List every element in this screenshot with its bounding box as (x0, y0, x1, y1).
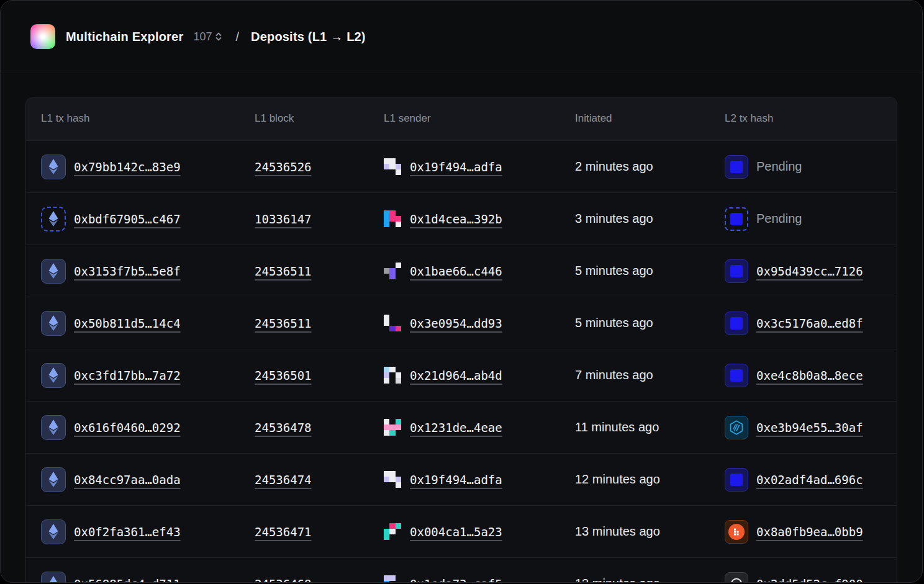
app-title: Multichain Explorer (66, 30, 183, 44)
blue-square-icon-selected[interactable] (725, 207, 748, 231)
l1-block-link[interactable]: 10336147 (255, 212, 312, 226)
l1-block-link[interactable]: 24536468 (255, 577, 312, 583)
l1-block-link[interactable]: 24536511 (255, 264, 312, 278)
column-header-l1-sender: L1 sender (384, 112, 575, 125)
l1-tx-hash-link[interactable]: 0xc3fd17bb…7a72 (74, 369, 181, 382)
l1-sender-link[interactable]: 0x1eda73…caf5 (410, 577, 502, 583)
page-title: Deposits (L1 → L2) (251, 30, 366, 44)
sender-identicon (384, 523, 401, 541)
l2-tx-hash-link[interactable]: 0xe4c8b0a8…8ece (756, 369, 863, 382)
initiated-time: 5 minutes ago (575, 316, 653, 330)
table-row: 0xbdf67905…c467 10336147 0x1d4cea…392b 3… (26, 192, 897, 245)
l1-tx-hash-link[interactable]: 0x56885dc4…d711 (74, 577, 181, 583)
l1-block-link[interactable]: 24536478 (255, 421, 312, 434)
l1-tx-hash-link[interactable]: 0x616f0460…0292 (74, 421, 181, 434)
initiated-time: 3 minutes ago (575, 212, 653, 226)
l2-tx-hash-link[interactable]: 0x02adf4ad…696c (756, 473, 863, 487)
l2-tx-hash-link[interactable]: 0x3c5176a0…ed8f (756, 317, 863, 330)
l1-block-link[interactable]: 24536471 (255, 525, 312, 539)
l2-tx-hash-link[interactable]: 0x8a0fb9ea…0bb9 (756, 525, 863, 539)
sender-identicon (384, 575, 401, 583)
chevron-up-down-icon (215, 31, 222, 42)
column-header-l1-tx-hash: L1 tx hash (41, 112, 255, 125)
initiated-time: 13 minutes ago (575, 577, 660, 583)
l1-sender-link[interactable]: 0x1bae66…c446 (410, 264, 502, 278)
blue-square-icon (725, 155, 748, 179)
block-count-selector[interactable]: 107 (193, 30, 222, 43)
orange-circle-icon (725, 520, 748, 544)
l1-sender-link[interactable]: 0x1231de…4eae (410, 421, 502, 434)
l1-sender-link[interactable]: 0x1d4cea…392b (410, 212, 502, 226)
table-row: 0x50b811d5…14c4 24536511 0x3e0954…dd93 5… (26, 297, 897, 349)
l1-tx-hash-link[interactable]: 0x79bb142c…83e9 (74, 160, 181, 174)
table-header-row: L1 tx hash L1 block L1 sender Initiated … (26, 97, 897, 140)
sender-identicon (384, 263, 401, 280)
breadcrumb-separator: / (235, 30, 239, 44)
top-bar: Multichain Explorer 107 / Deposits (L1 →… (1, 1, 922, 73)
e-circle-icon (725, 572, 748, 583)
column-header-l2-tx-hash: L2 tx hash (725, 112, 897, 125)
l2-tx-hash-link[interactable]: 0xe3b94e55…30af (756, 421, 863, 434)
blue-square-icon (725, 259, 748, 283)
l1-tx-hash-link[interactable]: 0x84cc97aa…0ada (74, 473, 181, 487)
l1-tx-hash-link[interactable]: 0x3153f7b5…5e8f (74, 264, 181, 278)
app-logo-icon (30, 24, 55, 49)
ethereum-icon (41, 415, 66, 440)
ethereum-icon (41, 363, 66, 388)
l2-status-text: Pending (756, 212, 802, 226)
sender-identicon (384, 210, 401, 228)
table-row: 0xc3fd17bb…7a72 24536501 0x21d964…ab4d 7… (26, 349, 897, 401)
arbitrum-icon (725, 416, 748, 439)
l2-tx-hash-link[interactable]: 0x95d439cc…7126 (756, 264, 863, 278)
initiated-time: 11 minutes ago (575, 420, 659, 434)
table-row: 0x79bb142c…83e9 24536526 0x19f494…adfa 2… (26, 140, 897, 192)
app-window: Multichain Explorer 107 / Deposits (L1 →… (0, 0, 923, 583)
table-row: 0x616f0460…0292 24536478 0x1231de…4eae 1… (26, 401, 897, 453)
l1-tx-hash-link[interactable]: 0x50b811d5…14c4 (74, 317, 181, 330)
l1-block-link[interactable]: 24536501 (255, 369, 312, 382)
blue-square-icon (725, 312, 748, 335)
ethereum-icon (41, 155, 66, 179)
l1-sender-link[interactable]: 0x004ca1…5a23 (410, 525, 502, 539)
l1-tx-hash-link[interactable]: 0x0f2fa361…ef43 (74, 525, 181, 539)
sender-identicon (384, 367, 401, 384)
column-header-l1-block: L1 block (255, 112, 384, 125)
ethereum-icon (41, 519, 66, 544)
sender-identicon (384, 315, 401, 332)
l2-status-text: Pending (756, 159, 802, 174)
l2-tx-hash-link[interactable]: 0x2dd5d52c…f900 (756, 577, 863, 583)
blue-square-icon (725, 468, 748, 492)
l1-block-link[interactable]: 24536474 (255, 473, 312, 487)
sender-identicon (384, 158, 401, 176)
l1-sender-link[interactable]: 0x19f494…adfa (410, 473, 502, 487)
table-row: 0x0f2fa361…ef43 24536471 0x004ca1…5a23 1… (26, 505, 897, 557)
table-row: 0x56885dc4…d711 24536468 0x1eda73…caf5 1… (26, 557, 897, 583)
blue-square-icon (725, 364, 748, 387)
l1-sender-link[interactable]: 0x21d964…ab4d (410, 369, 502, 382)
initiated-time: 13 minutes ago (575, 524, 660, 539)
initiated-time: 5 minutes ago (575, 264, 653, 278)
ethereum-icon-selected[interactable] (41, 207, 66, 231)
sender-identicon (384, 471, 401, 488)
initiated-time: 12 minutes ago (575, 472, 660, 487)
l1-sender-link[interactable]: 0x3e0954…dd93 (410, 317, 502, 330)
ethereum-icon (41, 467, 66, 492)
ethereum-icon (41, 259, 66, 284)
l1-tx-hash-link[interactable]: 0xbdf67905…c467 (74, 212, 181, 226)
table-row: 0x3153f7b5…5e8f 24536511 0x1bae66…c446 5… (26, 245, 897, 297)
initiated-time: 2 minutes ago (575, 159, 653, 174)
l1-block-link[interactable]: 24536526 (255, 160, 312, 174)
block-count-value: 107 (193, 30, 212, 43)
initiated-time: 7 minutes ago (575, 368, 653, 382)
ethereum-icon (41, 572, 66, 583)
ethereum-icon (41, 311, 66, 336)
l1-sender-link[interactable]: 0x19f494…adfa (410, 160, 502, 174)
column-header-initiated: Initiated (575, 112, 725, 125)
table-row: 0x84cc97aa…0ada 24536474 0x19f494…adfa 1… (26, 453, 897, 505)
sender-identicon (384, 419, 401, 436)
deposits-table: L1 tx hash L1 block L1 sender Initiated … (25, 97, 897, 583)
l1-block-link[interactable]: 24536511 (255, 317, 312, 330)
